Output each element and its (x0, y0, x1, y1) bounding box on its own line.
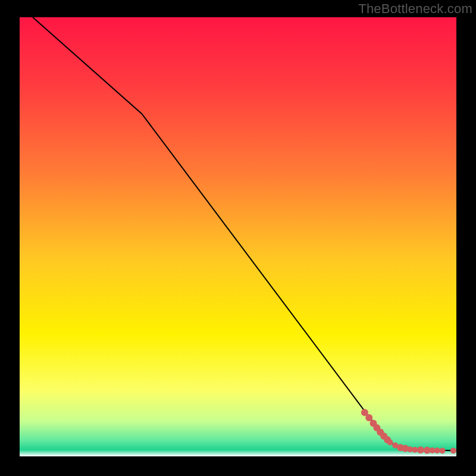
data-marker (387, 439, 393, 445)
data-marker (450, 447, 456, 453)
data-marker (412, 447, 418, 453)
data-marker (365, 414, 372, 421)
chart-svg (20, 17, 456, 456)
chart-frame: TheBottleneck.com (0, 0, 476, 476)
data-marker (434, 447, 440, 453)
gradient-background (20, 17, 456, 456)
data-marker (440, 447, 446, 453)
watermark-text: TheBottleneck.com (358, 1, 472, 17)
data-marker (417, 446, 424, 453)
plot-area (20, 17, 456, 456)
